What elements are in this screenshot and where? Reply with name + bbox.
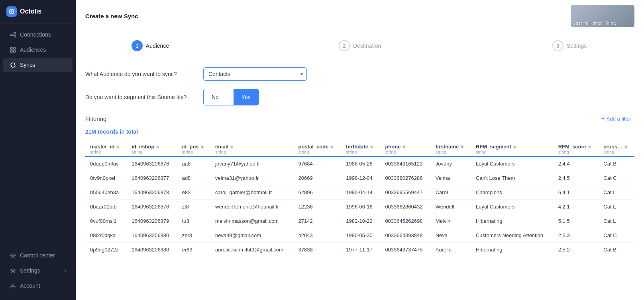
cell-RFM_segment: Can't Lose Them bbox=[471, 171, 554, 185]
step-1[interactable]: 1 Audience bbox=[85, 40, 215, 51]
logo-text: Octolis bbox=[20, 8, 41, 15]
sidebar-item-syncs[interactable]: Syncs bbox=[3, 58, 73, 72]
cell-RFM_score: 6,4,1 bbox=[554, 185, 599, 200]
svg-rect-10 bbox=[13, 50, 15, 52]
cell-firstname: Velma bbox=[431, 171, 471, 185]
plus-icon: + bbox=[601, 115, 605, 122]
svg-rect-9 bbox=[10, 50, 12, 52]
col-birthdate[interactable]: birthdate⇅ string bbox=[341, 140, 380, 156]
add-filter-label: Add a filter bbox=[607, 116, 631, 122]
cell-RFM_segment: Champions bbox=[471, 185, 554, 200]
cell-birthdate: 1996-06-16 bbox=[341, 200, 380, 214]
svg-line-5 bbox=[12, 33, 14, 34]
syncs-icon bbox=[10, 62, 16, 68]
cell-email: wendell.lemoine@hotmail.fr bbox=[210, 200, 293, 214]
cell-cross: Cat B bbox=[599, 156, 634, 171]
cell-id_pos: tu3 bbox=[177, 214, 210, 228]
cell-phone: 0033643737475 bbox=[380, 243, 430, 257]
video-user-label: Yassine Hamou Tahra bbox=[573, 21, 616, 25]
col-id-pos[interactable]: id_pos⇅ string bbox=[177, 140, 210, 156]
col-id-eshop[interactable]: id_eshop⇅ string bbox=[127, 140, 177, 156]
step-2-circle: 2 bbox=[339, 40, 350, 51]
data-table: master_id⇅ string id_eshop⇅ string id_po… bbox=[85, 140, 634, 257]
cell-cross: Cat C bbox=[599, 171, 634, 185]
cell-birthdate: 1998-12-04 bbox=[341, 171, 380, 185]
table-row: 0bczx01btb1640963206878zt8wendell.lemoin… bbox=[85, 200, 634, 214]
col-rfm-segment[interactable]: RFM_segment⇅ string bbox=[471, 140, 554, 156]
step-1-circle: 1 bbox=[132, 40, 143, 51]
audience-select[interactable]: Contacts bbox=[203, 67, 307, 81]
cell-RFM_score: 5,1,5 bbox=[554, 214, 599, 228]
cell-id_pos: ad8 bbox=[177, 171, 210, 185]
step-3[interactable]: 3 Settings bbox=[505, 40, 634, 51]
sidebar-item-audiences[interactable]: Audiences bbox=[3, 43, 73, 57]
step-2[interactable]: 2 Destination bbox=[295, 40, 425, 51]
table-row: 0p9dg0272z1640963206880er89aurelie.schmi… bbox=[85, 243, 634, 257]
svg-line-6 bbox=[12, 35, 14, 36]
col-cross[interactable]: cross…⇅ string bbox=[599, 140, 634, 156]
records-count-number: 21M bbox=[85, 129, 96, 135]
segment-no-button[interactable]: No bbox=[204, 89, 227, 105]
svg-point-1 bbox=[11, 11, 13, 13]
cell-firstname: Wendell bbox=[431, 200, 471, 214]
cell-cross: Cat L bbox=[599, 200, 634, 214]
sidebar-item-control-center-label: Control center bbox=[20, 252, 55, 259]
records-count: 21M records in total bbox=[85, 129, 634, 135]
cell-phone: 0033680276286 bbox=[380, 171, 430, 185]
add-filter-button[interactable]: + Add a filter bbox=[598, 113, 635, 124]
logo-icon bbox=[6, 6, 17, 17]
cell-cross: Cat L bbox=[599, 214, 634, 228]
table-row: 08i2r0dqka1640963206880zer8neva49@gmail.… bbox=[85, 228, 634, 243]
sidebar-item-account[interactable]: Account bbox=[3, 279, 73, 293]
cell-master_id: 0p9dg0272z bbox=[85, 243, 127, 257]
cell-cross: Cat C bbox=[599, 228, 634, 243]
cell-master_id: 08i2r0dqka bbox=[85, 228, 127, 243]
data-table-wrapper: master_id⇅ string id_eshop⇅ string id_po… bbox=[85, 140, 634, 257]
col-phone[interactable]: phone⇅ string bbox=[380, 140, 430, 156]
svg-point-2 bbox=[10, 34, 12, 36]
cell-master_id: 0tv9n0pxei bbox=[85, 171, 127, 185]
cell-firstname: Melvin bbox=[431, 214, 471, 228]
sidebar-nav: Connections Audiences Syncs bbox=[0, 23, 76, 244]
cell-birthdate: 1990-05-30 bbox=[341, 228, 380, 243]
sidebar-item-audiences-label: Audiences bbox=[20, 47, 46, 53]
main-content: Create a new Sync Yassine Hamou Tahra 1 … bbox=[76, 0, 644, 300]
control-center-icon bbox=[10, 252, 16, 259]
chevron-right-icon: › bbox=[65, 268, 66, 273]
col-firstname[interactable]: firstname⇅ string bbox=[431, 140, 471, 156]
logo[interactable]: Octolis bbox=[0, 0, 76, 23]
records-count-label: records in total bbox=[98, 129, 138, 135]
cell-id_eshop: 1640963206880 bbox=[127, 228, 177, 243]
cell-firstname: Neva bbox=[431, 228, 471, 243]
sidebar-item-settings[interactable]: Settings › bbox=[3, 263, 73, 278]
cell-birthdate: 1977-11-17 bbox=[341, 243, 380, 257]
topbar: Create a new Sync Yassine Hamou Tahra bbox=[76, 0, 644, 32]
svg-point-13 bbox=[12, 284, 14, 286]
segment-form-row: Do you want to segment this Source file?… bbox=[85, 89, 634, 105]
col-rfm-score[interactable]: RFM_score⇅ string bbox=[554, 140, 599, 156]
sidebar-item-connections[interactable]: Connections bbox=[3, 27, 73, 42]
cell-birthdate: 1982-10-22 bbox=[341, 214, 380, 228]
sidebar-item-account-label: Account bbox=[20, 282, 40, 289]
cell-email: melvin.masson@gmail.com bbox=[210, 214, 293, 228]
step-connector-2 bbox=[425, 46, 505, 46]
cell-RFM_segment: Customers Needing Attention bbox=[471, 228, 554, 243]
cell-firstname: Aurelie bbox=[431, 243, 471, 257]
col-postal-code[interactable]: postal_code⇅ string bbox=[294, 140, 342, 156]
cell-id_pos: zer8 bbox=[177, 228, 210, 243]
filtering-header: Filtering + Add a filter bbox=[85, 113, 634, 124]
segment-yes-button[interactable]: Yes bbox=[234, 89, 259, 105]
sidebar-item-control-center[interactable]: Control center bbox=[3, 248, 73, 263]
cell-RFM_score: 2,4,4 bbox=[554, 156, 599, 171]
table-row: 0vuf00msj11640963206879tu3melvin.masson@… bbox=[85, 214, 634, 228]
cell-cross: Cat L bbox=[599, 185, 634, 200]
cell-RFM_score: 2,5,3 bbox=[554, 228, 599, 243]
cell-phone: 0033664393848 bbox=[380, 228, 430, 243]
cell-email: aurelie.schmitt49@gmail.com bbox=[210, 243, 293, 257]
cell-RFM_score: 2,5,2 bbox=[554, 243, 599, 257]
col-email[interactable]: email⇅ string bbox=[210, 140, 293, 156]
col-master-id[interactable]: master_id⇅ string bbox=[85, 140, 127, 156]
cell-postal_code: 27142 bbox=[294, 214, 342, 228]
cell-email: jovany71@yahoo.fr bbox=[210, 156, 293, 171]
step-2-label: Destination bbox=[353, 43, 381, 49]
